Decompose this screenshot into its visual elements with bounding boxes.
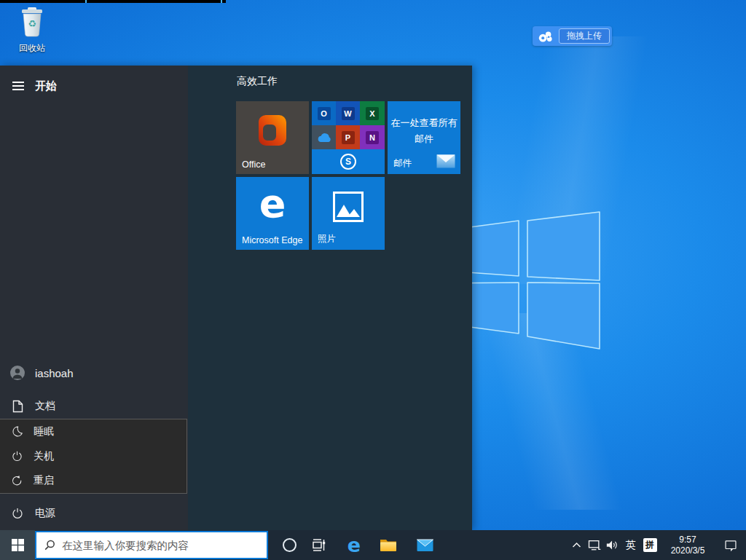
tile-office[interactable]: Office — [236, 101, 309, 174]
excel-icon: X — [366, 107, 379, 120]
excel-cell: X — [360, 101, 385, 125]
action-center-button[interactable] — [715, 530, 746, 560]
chevron-up-icon — [572, 542, 581, 548]
tray-time: 9:57 — [679, 535, 696, 545]
tile-office-apps-live[interactable]: O W X P N — [312, 101, 385, 174]
restart-menu-item[interactable]: 重启 — [0, 468, 186, 493]
cortana-ring-icon — [283, 538, 297, 552]
ethernet-icon — [587, 539, 602, 551]
powerpoint-icon: P — [342, 131, 355, 144]
user-name-label: iashoah — [35, 367, 74, 379]
tile-photos[interactable]: 照片 — [312, 177, 385, 250]
windows-logo-icon — [12, 539, 24, 551]
shutdown-label: 关机 — [34, 450, 54, 463]
start-menu-title: 开始 — [35, 79, 57, 93]
edge-logo-icon: e — [348, 535, 361, 555]
language-indicator[interactable]: 英 — [621, 530, 640, 560]
word-cell: W — [336, 101, 360, 125]
system-tray: 英 拼 9:57 2020/3/5 — [568, 530, 746, 560]
network-tray-icon[interactable] — [585, 530, 603, 560]
word-icon: W — [342, 107, 355, 120]
mail-tile-label: 邮件 — [393, 157, 412, 170]
mail-envelope-icon — [417, 539, 433, 552]
top-artifact-strip — [0, 0, 226, 3]
shutdown-menu-item[interactable]: 关机 — [0, 444, 186, 469]
tile-mail[interactable]: 在一处查看所有 邮件 邮件 — [388, 101, 460, 174]
photos-icon — [333, 192, 364, 222]
sleep-menu-item[interactable]: 睡眠 — [0, 419, 186, 444]
outlook-icon: O — [318, 107, 331, 120]
svg-text:♻: ♻ — [28, 18, 36, 29]
power-icon — [11, 507, 24, 520]
strip-tick — [85, 0, 87, 3]
onedrive-cell — [312, 125, 336, 149]
power-item[interactable]: 电源 — [0, 500, 188, 527]
user-account-item[interactable]: iashoah — [0, 360, 188, 386]
person-icon — [10, 366, 25, 380]
skype-icon: S — [340, 154, 356, 170]
search-icon — [44, 540, 55, 551]
photos-tile-label: 照片 — [318, 233, 336, 245]
documents-item[interactable]: 文档 — [0, 393, 188, 419]
netdisk-cloud-icon — [533, 26, 559, 46]
power-flyout-menu: 睡眠 关机 重启 — [0, 419, 187, 494]
edge-logo-icon: e — [236, 181, 309, 226]
task-view-icon — [312, 538, 327, 552]
file-explorer-button[interactable] — [374, 530, 403, 560]
taskbar-search-box[interactable] — [35, 531, 268, 559]
sleep-label: 睡眠 — [34, 425, 54, 438]
ime-mode-indicator[interactable]: 拼 — [640, 530, 660, 560]
office-logo-icon — [254, 112, 291, 149]
office-tile-label: Office — [242, 159, 265, 170]
clock-tray[interactable]: 9:57 2020/3/5 — [660, 530, 715, 560]
show-hidden-icons-button[interactable] — [568, 530, 585, 560]
recycle-bin-desktop-icon[interactable]: ♻ 回收站 — [9, 6, 55, 55]
trash-bin-icon: ♻ — [17, 6, 47, 38]
windows-desktop: ♻ 回收站 拖拽上传 开始 — [0, 0, 746, 560]
document-icon — [12, 400, 23, 413]
strip-tick — [221, 0, 222, 3]
skype-cell: S — [312, 149, 385, 174]
onenote-cell: N — [360, 125, 385, 149]
powerpoint-cell: P — [336, 125, 360, 149]
drag-upload-widget[interactable]: 拖拽上传 — [533, 26, 612, 46]
drag-upload-label: 拖拽上传 — [559, 28, 610, 44]
moon-icon — [11, 425, 23, 438]
tile-microsoft-edge[interactable]: e Microsoft Edge — [236, 177, 309, 250]
action-center-icon — [724, 539, 737, 552]
volume-tray-icon[interactable] — [603, 530, 621, 560]
onedrive-cloud-icon — [316, 132, 332, 143]
recycle-bin-label: 回收站 — [9, 42, 55, 55]
folder-icon — [380, 538, 397, 552]
outlook-cell: O — [312, 101, 336, 125]
taskbar: e — [0, 530, 746, 560]
user-avatar — [0, 366, 35, 380]
hamburger-menu-button[interactable] — [7, 75, 30, 97]
mail-taskbar-button[interactable] — [410, 530, 439, 560]
onenote-icon: N — [366, 131, 379, 144]
pinyin-ime-icon: 拼 — [643, 538, 657, 552]
tray-date: 2020/3/5 — [671, 545, 705, 556]
restart-icon — [11, 475, 23, 487]
cortana-button[interactable] — [275, 530, 304, 560]
power-label: 电源 — [35, 507, 55, 520]
edge-tile-label: Microsoft Edge — [242, 235, 302, 245]
restart-label: 重启 — [34, 474, 54, 487]
tile-group-title[interactable]: 高效工作 — [237, 75, 278, 88]
start-button[interactable] — [0, 530, 35, 560]
speaker-icon — [605, 539, 619, 551]
search-input[interactable] — [62, 540, 267, 551]
edge-taskbar-button[interactable]: e — [339, 530, 369, 560]
documents-label: 文档 — [35, 400, 55, 413]
power-icon — [11, 450, 23, 462]
task-view-button[interactable] — [305, 530, 334, 560]
mail-envelope-icon — [436, 154, 455, 168]
start-menu-tiles: 高效工作 Office O W — [188, 66, 472, 530]
mail-tile-headline: 在一处查看所有 邮件 — [390, 115, 458, 147]
